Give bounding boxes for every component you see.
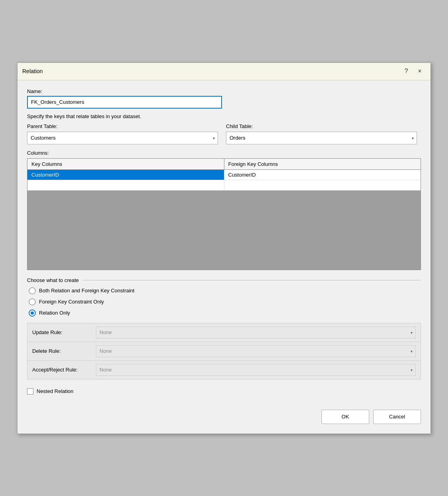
- ok-button[interactable]: OK: [321, 410, 369, 424]
- key-col-cell-empty: [27, 180, 224, 190]
- child-table-group: Child Table: Orders Customers ▾: [226, 123, 417, 144]
- rules-section: Update Rule: None Cascade SetNull SetDef…: [27, 323, 421, 379]
- delete-rule-select[interactable]: None Cascade SetNull SetDefault: [96, 345, 416, 357]
- title-bar-left: Relation: [22, 68, 43, 74]
- nested-relation-label: Nested Relation: [37, 388, 74, 394]
- update-rule-select[interactable]: None Cascade SetNull SetDefault: [96, 327, 416, 338]
- subtitle-text: Specify the keys that relate tables in y…: [27, 113, 421, 119]
- fk-col-cell: CustomerID: [224, 169, 421, 180]
- columns-header-row: Key Columns Foreign Key Columns: [27, 158, 421, 169]
- delete-rule-row: Delete Rule: None Cascade SetNull SetDef…: [27, 342, 421, 361]
- accept-reject-rule-row: Accept/Reject Rule: None Cascade SetNull…: [27, 361, 421, 379]
- fk-columns-header: Foreign Key Columns: [224, 158, 421, 169]
- radio-circle-relation-only: [29, 309, 36, 317]
- delete-rule-wrapper: None Cascade SetNull SetDefault ▾: [96, 345, 416, 357]
- parent-table-select[interactable]: Customers Orders: [27, 132, 218, 144]
- radio-label-relation-only: Relation Only: [39, 310, 70, 316]
- dialog-title: Relation: [22, 68, 43, 74]
- parent-table-label: Parent Table:: [27, 123, 218, 129]
- help-button[interactable]: ?: [400, 66, 412, 77]
- table-row[interactable]: CustomerID CustomerID: [27, 169, 421, 180]
- dialog-footer: OK Cancel: [27, 406, 421, 426]
- divider-section: Choose what to create: [27, 277, 421, 283]
- radio-label-fk-only: Foreign Key Constraint Only: [39, 299, 104, 305]
- radio-item-relation-only[interactable]: Relation Only: [29, 309, 421, 317]
- tables-row: Parent Table: Customers Orders ▾ Child T…: [27, 123, 421, 144]
- gray-area: [27, 191, 421, 270]
- name-input[interactable]: [27, 96, 222, 109]
- accept-reject-rule-wrapper: None Cascade SetNull SetDefault ▾: [96, 364, 416, 376]
- accept-reject-rule-label: Accept/Reject Rule:: [32, 367, 96, 373]
- close-button[interactable]: ×: [414, 66, 426, 77]
- update-rule-wrapper: None Cascade SetNull SetDefault ▾: [96, 327, 416, 338]
- cancel-button[interactable]: Cancel: [373, 410, 421, 424]
- fk-col-cell-empty: [224, 180, 421, 190]
- child-table-wrapper: Orders Customers ▾: [226, 132, 417, 144]
- choose-label: Choose what to create: [27, 277, 79, 283]
- child-table-label: Child Table:: [226, 123, 417, 129]
- nested-relation-row[interactable]: Nested Relation: [27, 385, 421, 398]
- radio-group: Both Relation and Foreign Key Constraint…: [27, 287, 421, 317]
- radio-item-both[interactable]: Both Relation and Foreign Key Constraint: [29, 287, 421, 294]
- radio-item-fk-only[interactable]: Foreign Key Constraint Only: [29, 298, 421, 305]
- update-rule-row: Update Rule: None Cascade SetNull SetDef…: [27, 323, 421, 342]
- table-row[interactable]: [27, 180, 421, 190]
- radio-circle-fk-only: [29, 298, 36, 305]
- relation-dialog: Relation ? × Name: Specify the keys that…: [17, 62, 431, 434]
- key-col-cell: CustomerID: [27, 169, 224, 180]
- radio-label-both: Both Relation and Foreign Key Constraint: [39, 288, 134, 294]
- delete-rule-label: Delete Rule:: [32, 348, 96, 354]
- nested-relation-checkbox[interactable]: [27, 388, 33, 395]
- accept-reject-rule-select[interactable]: None Cascade SetNull SetDefault: [96, 364, 416, 376]
- name-label: Name:: [27, 88, 421, 94]
- columns-table: Key Columns Foreign Key Columns Customer…: [27, 158, 421, 191]
- columns-label: Columns:: [27, 150, 421, 156]
- child-table-select[interactable]: Orders Customers: [226, 132, 417, 144]
- title-bar: Relation ? ×: [18, 63, 430, 80]
- radio-circle-both: [29, 287, 36, 294]
- parent-table-wrapper: Customers Orders ▾: [27, 132, 218, 144]
- parent-table-group: Parent Table: Customers Orders ▾: [27, 123, 218, 144]
- divider-line: [83, 280, 421, 280]
- title-bar-right: ? ×: [400, 66, 426, 77]
- dialog-body: Name: Specify the keys that relate table…: [18, 80, 430, 434]
- update-rule-label: Update Rule:: [32, 329, 96, 335]
- key-columns-header: Key Columns: [27, 158, 224, 169]
